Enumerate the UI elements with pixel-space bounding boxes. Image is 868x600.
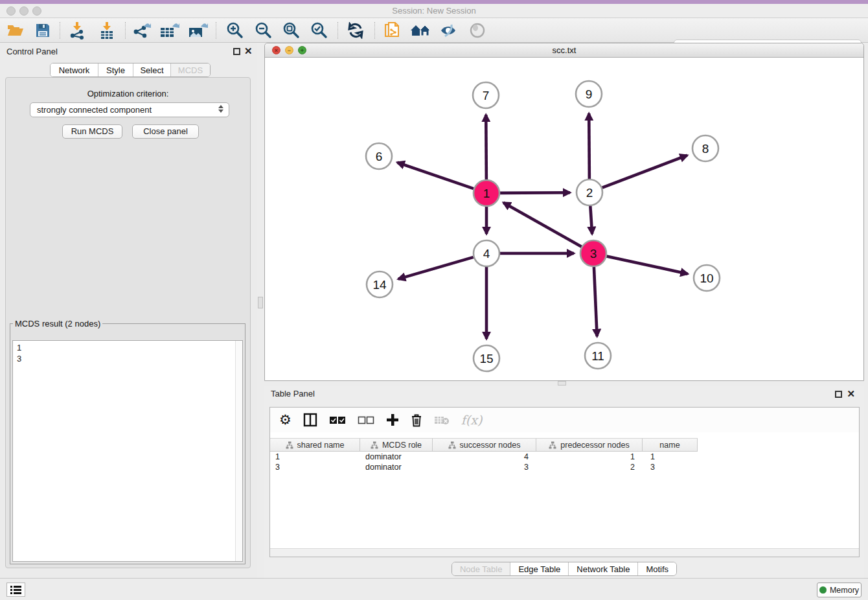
- open-folder-icon: [6, 23, 25, 38]
- edge-4-14[interactable]: [398, 257, 474, 279]
- cell-predecessor-nodes[interactable]: 1: [536, 452, 643, 462]
- float-table-panel-icon[interactable]: [835, 391, 842, 398]
- network-window-titlebar[interactable]: × − + scc.txt: [265, 43, 863, 58]
- apply-layout-button[interactable]: [345, 21, 366, 40]
- table-row[interactable]: 3 dominator 3 2 3: [270, 462, 859, 472]
- node-label-9: 9: [586, 87, 593, 101]
- close-table-panel-icon[interactable]: ✕: [847, 388, 855, 400]
- delete-table-icon: [434, 415, 450, 426]
- app-titlebar: Session: New Session: [0, 4, 868, 18]
- cell-successor-nodes[interactable]: 3: [433, 462, 536, 472]
- edge-1-6[interactable]: [397, 163, 474, 189]
- edge-3-1[interactable]: [503, 203, 582, 247]
- tab-motifs[interactable]: Motifs: [638, 562, 676, 575]
- table-row[interactable]: 1 dominator 4 1 1: [270, 452, 859, 462]
- zoom-fit-button[interactable]: [280, 21, 301, 40]
- control-panel-title: Control Panel: [6, 47, 58, 56]
- zoom-selected-icon: [310, 21, 328, 40]
- column-header-predecessor-nodes[interactable]: predecessor nodes: [536, 438, 643, 452]
- table-horizontal-scrollbar[interactable]: [270, 548, 859, 557]
- network-graph[interactable]: 7968124314101511: [265, 58, 863, 380]
- import-table-icon: [98, 21, 115, 40]
- import-network-button[interactable]: [66, 21, 88, 40]
- delete-column-button[interactable]: [411, 410, 422, 430]
- optimization-criterion-label: Optimization criterion:: [6, 89, 250, 98]
- list-icon: [10, 586, 21, 594]
- columns-icon: [303, 413, 317, 427]
- memory-button[interactable]: Memory: [817, 583, 862, 597]
- cell-shared-name[interactable]: 1: [270, 452, 360, 462]
- show-all-networks-button[interactable]: [408, 21, 433, 40]
- zoom-fit-icon: [282, 21, 300, 40]
- clone-network-button[interactable]: [381, 21, 403, 40]
- node-table: shared name MCDS role successor nodes pr…: [270, 438, 859, 472]
- table-panel-title: Table Panel: [271, 389, 315, 398]
- zoom-out-icon: [254, 21, 272, 40]
- edge-3-11[interactable]: [594, 267, 597, 336]
- column-type-icon: [549, 441, 556, 449]
- edge-3-10[interactable]: [607, 256, 688, 273]
- zoom-in-button[interactable]: [224, 21, 245, 40]
- select-all-rows-button[interactable]: [329, 410, 346, 430]
- tab-select[interactable]: Select: [133, 63, 171, 76]
- close-panel-button[interactable]: Close panel: [132, 124, 199, 139]
- plus-icon: [386, 413, 399, 426]
- close-panel-icon[interactable]: ✕: [244, 45, 253, 57]
- node-label-3: 3: [590, 247, 597, 260]
- cell-mcds-role[interactable]: dominator: [360, 462, 433, 472]
- edge-2-3[interactable]: [590, 206, 592, 234]
- node-label-8: 8: [702, 142, 709, 156]
- splitter-grip[interactable]: [258, 297, 263, 308]
- save-session-button[interactable]: [32, 21, 53, 40]
- edge-1-7[interactable]: [486, 115, 486, 179]
- tab-style[interactable]: Style: [98, 63, 133, 76]
- column-label: MCDS role: [382, 441, 422, 450]
- tab-node-table[interactable]: Node Table: [452, 562, 511, 575]
- zoom-selected-button[interactable]: [308, 21, 329, 40]
- inactive-eye-button[interactable]: [466, 21, 488, 40]
- zoom-out-button[interactable]: [253, 21, 273, 40]
- toolbar-separator: [374, 22, 375, 39]
- tab-mcds[interactable]: MCDS: [171, 63, 210, 76]
- edge-2-8[interactable]: [602, 156, 687, 188]
- show-columns-button[interactable]: [303, 410, 317, 430]
- open-session-button[interactable]: [5, 21, 26, 40]
- zoom-in-icon: [225, 21, 244, 40]
- tab-edge-table[interactable]: Edge Table: [510, 562, 569, 575]
- column-label: name: [659, 441, 680, 450]
- hide-panel-button[interactable]: [437, 21, 460, 40]
- create-column-button[interactable]: [386, 410, 399, 430]
- deselect-all-rows-button[interactable]: [358, 410, 374, 430]
- export-network-button[interactable]: [131, 21, 153, 40]
- float-panel-icon[interactable]: [233, 48, 240, 55]
- column-header-name[interactable]: name: [643, 438, 698, 452]
- criterion-value: strongly connected component: [37, 105, 152, 115]
- panel-splitter[interactable]: [257, 43, 264, 578]
- tab-network[interactable]: Network: [51, 63, 98, 76]
- export-image-button[interactable]: [187, 21, 210, 40]
- run-mcds-button[interactable]: Run MCDS: [62, 124, 122, 139]
- horizontal-splitter-grip[interactable]: [558, 381, 566, 386]
- edge-1-2[interactable]: [500, 192, 570, 193]
- network-canvas[interactable]: 7968124314101511: [265, 58, 863, 380]
- mcds-result-text[interactable]: 1 3: [12, 340, 243, 562]
- cell-mcds-role[interactable]: dominator: [360, 452, 433, 462]
- cell-shared-name[interactable]: 3: [270, 462, 360, 472]
- column-header-successor-nodes[interactable]: successor nodes: [433, 438, 536, 452]
- edge-2-9[interactable]: [589, 113, 589, 179]
- criterion-dropdown[interactable]: strongly connected component: [30, 102, 229, 117]
- mcds-result-scrollbar[interactable]: [235, 341, 242, 561]
- table-settings-button[interactable]: ⚙: [279, 410, 291, 430]
- cell-successor-nodes[interactable]: 4: [433, 452, 536, 462]
- cell-name[interactable]: 3: [643, 462, 698, 472]
- column-header-mcds-role[interactable]: MCDS role: [360, 438, 433, 452]
- import-table-button[interactable]: [96, 21, 118, 40]
- sphere-icon: [469, 22, 486, 39]
- cell-name[interactable]: 1: [643, 452, 698, 462]
- export-table-button[interactable]: [158, 21, 181, 40]
- column-type-icon: [286, 441, 293, 449]
- cell-predecessor-nodes[interactable]: 2: [536, 462, 643, 472]
- task-history-button[interactable]: [6, 583, 25, 597]
- tab-network-table[interactable]: Network Table: [569, 562, 638, 575]
- column-header-shared-name[interactable]: shared name: [270, 438, 360, 452]
